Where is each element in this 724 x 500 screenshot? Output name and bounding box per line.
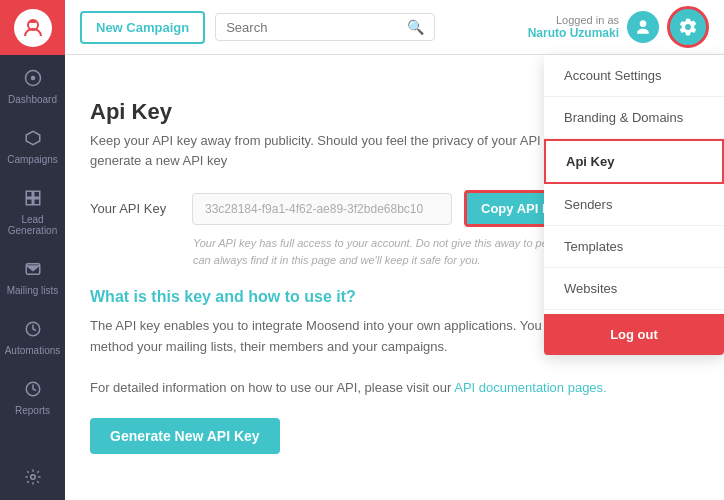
svg-rect-6 [26,199,32,205]
sidebar-item-dashboard[interactable]: Dashboard [0,55,65,115]
sidebar-item-mailing-lists[interactable]: Mailing lists [0,246,65,306]
svg-rect-7 [33,199,39,205]
logo-area [0,0,65,55]
reports-icon [20,376,46,402]
user-name: Naruto Uzumaki [528,26,619,40]
sidebar-item-lead-gen-label: Lead Generation [0,214,65,236]
sidebar: Dashboard Campaigns Lead Generation Mail… [0,0,65,500]
generate-new-api-key-button[interactable]: Generate New API Key [90,418,280,454]
svg-rect-4 [26,191,32,197]
dropdown-item-account-settings[interactable]: Account Settings [544,55,724,97]
svg-rect-5 [33,191,39,197]
dropdown-menu: Account Settings Branding & Domains Api … [544,55,724,355]
header-wrapper: New Campaign 🔍 Logged in as Naruto Uzuma… [65,0,724,55]
section-body-1: The API key enables you to integrate Moo… [90,316,610,358]
avatar [627,11,659,43]
sidebar-item-dashboard-label: Dashboard [8,94,57,105]
logout-button[interactable]: Log out [544,314,724,355]
campaigns-icon [20,125,46,151]
sidebar-item-settings[interactable] [0,454,65,500]
sidebar-item-reports[interactable]: Reports [0,366,65,426]
dropdown-item-websites[interactable]: Websites [544,268,724,310]
api-key-input[interactable] [192,193,452,225]
sidebar-item-automations-label: Automations [5,345,61,356]
mailing-lists-icon [20,256,46,282]
sidebar-item-lead-generation[interactable]: Lead Generation [0,175,65,246]
sidebar-item-mailing-label: Mailing lists [7,285,59,296]
dropdown-item-templates[interactable]: Templates [544,226,724,268]
lead-generation-icon [20,185,46,211]
sidebar-item-reports-label: Reports [15,405,50,416]
logged-in-label: Logged in as [528,14,619,26]
search-icon: 🔍 [407,19,424,35]
logged-in-info: Logged in as Naruto Uzumaki [528,14,619,40]
logo-icon [14,9,52,47]
new-campaign-button[interactable]: New Campaign [80,11,205,44]
header: New Campaign 🔍 Logged in as Naruto Uzuma… [65,0,724,55]
settings-gear-button[interactable] [667,6,709,48]
svg-point-3 [30,76,35,81]
dropdown-item-api-key[interactable]: Api Key [544,139,724,184]
search-box: 🔍 [215,13,435,41]
header-right: Logged in as Naruto Uzumaki [528,6,709,48]
dropdown-item-branding[interactable]: Branding & Domains [544,97,724,139]
automations-icon [20,316,46,342]
section-body-2: For detailed information on how to use o… [90,378,610,399]
dashboard-icon [20,65,46,91]
svg-rect-1 [30,20,36,23]
main-area: New Campaign 🔍 Logged in as Naruto Uzuma… [65,0,724,500]
sidebar-item-campaigns[interactable]: Campaigns [0,115,65,175]
api-key-label: Your API Key [90,201,180,216]
search-input[interactable] [226,20,407,35]
sidebar-item-campaigns-label: Campaigns [7,154,58,165]
svg-point-11 [30,475,35,480]
dropdown-item-senders[interactable]: Senders [544,184,724,226]
settings-icon [20,464,46,490]
api-doc-link[interactable]: API documentation pages. [454,380,607,395]
sidebar-item-automations[interactable]: Automations [0,306,65,366]
